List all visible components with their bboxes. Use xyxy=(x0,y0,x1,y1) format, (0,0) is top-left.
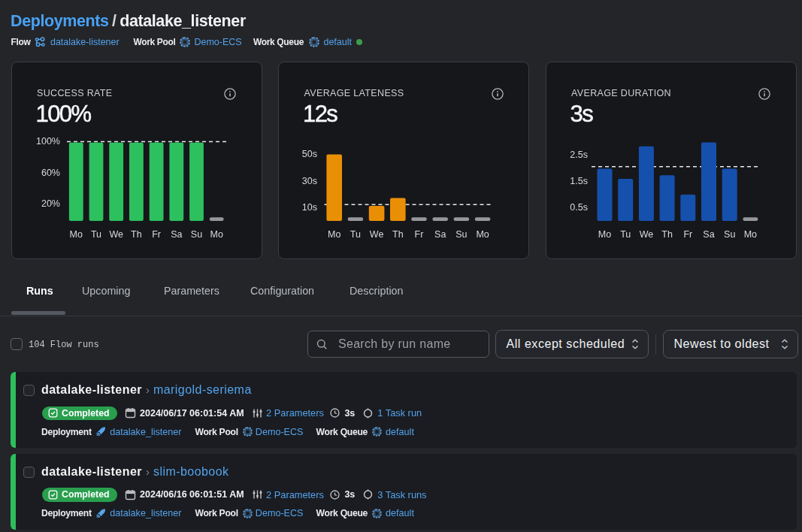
svg-text:1.5s: 1.5s xyxy=(570,176,588,186)
svg-text:2.5s: 2.5s xyxy=(570,149,588,159)
svg-text:Su: Su xyxy=(724,229,735,240)
svg-text:Th: Th xyxy=(392,229,404,240)
svg-text:We: We xyxy=(639,229,653,240)
svg-text:Mo: Mo xyxy=(69,229,82,240)
svg-text:10s: 10s xyxy=(302,202,317,213)
svg-text:30s: 30s xyxy=(302,176,317,186)
svg-text:Fr: Fr xyxy=(683,229,692,240)
svg-text:Fr: Fr xyxy=(152,229,161,240)
svg-text:Mo: Mo xyxy=(328,229,340,240)
svg-text:Tu: Tu xyxy=(90,229,101,240)
svg-text:Th: Th xyxy=(661,229,673,240)
svg-text:Tu: Tu xyxy=(350,229,361,240)
svg-text:0.5s: 0.5s xyxy=(570,202,588,213)
svg-text:We: We xyxy=(370,229,384,240)
svg-text:50s: 50s xyxy=(302,148,317,159)
svg-text:We: We xyxy=(109,229,123,240)
svg-text:60%: 60% xyxy=(41,167,59,177)
svg-text:Su: Su xyxy=(190,229,201,240)
svg-text:Tu: Tu xyxy=(620,229,631,240)
svg-text:Sa: Sa xyxy=(434,229,446,240)
svg-text:Th: Th xyxy=(131,229,142,240)
svg-text:Sa: Sa xyxy=(703,229,714,240)
svg-text:Sa: Sa xyxy=(171,229,182,240)
svg-text:100%: 100% xyxy=(36,136,60,147)
svg-text:Mo: Mo xyxy=(476,229,489,240)
svg-text:Mo: Mo xyxy=(598,229,610,240)
svg-text:20%: 20% xyxy=(41,198,59,209)
svg-text:Fr: Fr xyxy=(415,229,424,240)
svg-text:Mo: Mo xyxy=(743,229,756,240)
svg-text:Mo: Mo xyxy=(210,229,222,240)
svg-text:Su: Su xyxy=(455,229,467,240)
